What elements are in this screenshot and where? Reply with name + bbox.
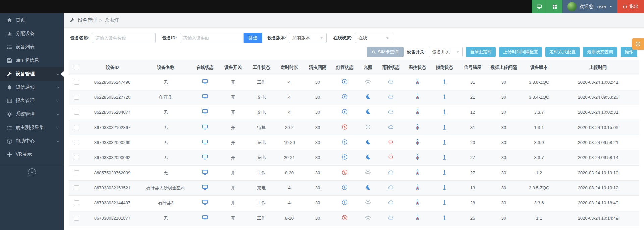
sidebar-item-label: 帮助中心 [16,138,56,144]
sidebar-item-10[interactable]: VR展示 [0,148,64,161]
sun-icon [365,124,371,130]
rain-cell [378,180,404,195]
upload-interval-config-button[interactable]: 上传时间间隔配置 [499,47,542,57]
device_id-cell: 862285036284077 [84,105,141,120]
row-checkbox[interactable] [74,170,79,175]
switch-cell: 开 [219,180,247,195]
device-name-label: 设备名称: [70,35,89,41]
column-header-5: 定时时长 [275,60,304,75]
sim-query-button[interactable]: SIM卡查询 [367,47,404,57]
monitor-icon [202,79,208,85]
latest-status-query-button[interactable]: 最新状态查询 [583,47,617,57]
sidebar-item-7[interactable]: 系统管理 [0,107,64,121]
cloud-icon [388,109,394,115]
sidebar-item-2[interactable]: 设备列表 [0,40,64,54]
row-checkbox[interactable] [74,200,79,205]
sidebar-divider [0,164,64,164]
thermometer-icon [414,215,420,221]
topbar-grid-button[interactable] [547,0,562,13]
device_id-cell: 867038032090260 [84,135,141,150]
sidebar-collapse-button[interactable] [28,168,36,176]
device_id-cell: 862285036227720 [84,90,141,105]
device-version-label: 设备版本: [268,35,286,41]
temp-cell [404,150,430,165]
sidebar-item-1[interactable]: 分配设备 [0,27,64,40]
sidebar-item-3[interactable]: sim-卡信息 [0,54,64,67]
tilt-icon [441,79,447,85]
work_status-cell: 工作 [247,165,275,180]
question-icon [7,138,12,144]
clean_interval-cell: 30 [304,211,332,226]
tilt-cell [430,211,459,226]
sidebar-item-label: 设备管理 [16,71,56,77]
sidebar-item-5[interactable]: 短信通知 [0,81,64,94]
filter-button[interactable]: 筛选 [244,33,262,43]
welcome-text: 欢迎您, [579,4,595,10]
sidebar-item-label: 报表管理 [16,98,56,104]
version-cell: 3.3.7 [521,105,557,120]
lamp-cell [332,195,358,211]
topbar-screen-button[interactable] [532,0,547,13]
row-checkbox[interactable] [74,125,79,130]
temp-cell [404,211,430,226]
device-name-input[interactable] [92,33,156,43]
switch-cell: 开 [219,195,247,211]
table-body: 862285036247496无开工作43031303.3.8-ZQC2020-… [69,75,639,226]
online-status-select[interactable]: 在线 [355,33,392,43]
username: user [597,4,606,9]
column-header-1: 设备名称 [141,60,191,75]
upload_interval-cell: 30 [487,105,521,120]
version-cell: 3.3.5-ZQC [521,180,557,195]
version-cell: 1.2 [521,165,557,180]
vr-icon [7,152,12,157]
table-row: 867038032102867无开待机20-23031301.3-12020-0… [69,120,639,135]
duration-cell: 4 [275,75,304,90]
device-switch-select[interactable]: 设备开关 [429,47,463,57]
temp-cell [404,75,430,90]
upload_interval-cell: 30 [487,120,521,135]
device_id-cell: 867038032101877 [84,211,141,226]
row-checkbox[interactable] [74,110,79,115]
rain-cell [378,150,404,165]
sidebar-item-0[interactable]: 首页 [0,13,64,27]
duration-cell: 4 [275,105,304,120]
clean_interval-cell: 30 [304,165,332,180]
power-icon [623,4,627,9]
breadcrumb-section[interactable]: 设备管理 [78,17,97,24]
cloud-icon [388,169,394,175]
work_status-cell: 充电 [247,90,275,105]
chevron-down-icon [56,126,60,130]
thermometer-icon [414,154,420,160]
column-header-12: 信号强度 [459,60,487,75]
auto-clean-timer-button[interactable]: 自清虫定时 [466,47,496,57]
sidebar-item-8[interactable]: 病虫测报采集 [0,121,64,134]
row-checkbox[interactable] [74,185,79,190]
row-checkbox[interactable] [74,140,79,145]
switch-cell: 开 [219,90,247,105]
sidebar-item-4[interactable]: 设备管理 [0,67,64,81]
thermometer-icon [414,94,420,100]
logout-button[interactable]: 退出 [617,0,644,13]
signal-cell: 26 [459,211,487,226]
row-checkbox[interactable] [74,80,79,85]
row-select-cell [69,180,84,195]
settings-fab-button[interactable] [632,38,644,50]
row-checkbox[interactable] [74,155,79,160]
tilt-icon [441,215,447,221]
lamp-off-icon [342,215,348,221]
chart-icon [7,31,12,37]
bell-icon [7,85,12,90]
sidebar-item-9[interactable]: 帮助中心 [0,134,64,148]
select-all-checkbox[interactable] [74,65,79,70]
row-checkbox[interactable] [74,216,79,221]
sidebar-item-6[interactable]: 报表管理 [0,94,64,107]
row-checkbox[interactable] [74,95,79,100]
online-cell [191,105,219,120]
timing-mode-config-button[interactable]: 定时方式配置 [545,47,580,57]
device-id-input[interactable] [180,33,244,43]
user-menu[interactable]: 欢迎您, user [562,0,617,13]
sidebar-item-label: 设备列表 [16,44,60,50]
device-version-select[interactable]: 所有版本 [289,33,327,43]
lamp-cell [332,90,358,105]
work_status-cell: 待机 [247,120,275,135]
